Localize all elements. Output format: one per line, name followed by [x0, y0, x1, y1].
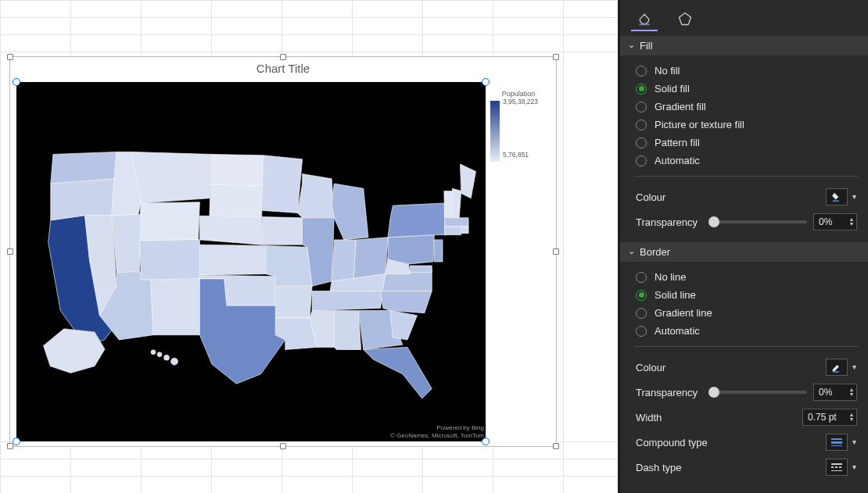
radio-pattern-fill[interactable]: Pattern fill: [634, 134, 859, 152]
radio-label: Picture or texture fill: [655, 119, 744, 130]
dash-type-picker[interactable]: ▾: [826, 459, 848, 476]
state-mt: [131, 152, 212, 203]
radio-gradient-line[interactable]: Gradient line: [634, 304, 859, 322]
fill-transparency-slider[interactable]: [708, 220, 807, 223]
state-ak: [43, 329, 105, 373]
section-fill-header[interactable]: ⌄ Fill: [620, 36, 868, 55]
dash-lines-icon: [831, 463, 842, 471]
svg-marker-3: [680, 13, 691, 25]
chevron-down-icon: ⌄: [628, 40, 635, 50]
state-me: [461, 164, 476, 198]
radio-label: No fill: [655, 65, 680, 77]
legend-max: 3,95,38,223: [503, 98, 538, 105]
border-dash-label: Dash type: [636, 462, 682, 473]
state-nh: [451, 188, 461, 218]
radio-no-fill[interactable]: No fill: [634, 62, 859, 80]
section-border-title: Border: [640, 246, 670, 258]
state-mi: [332, 184, 368, 240]
map-attribution: Powered by Bing © GeoNames, Microsoft, T…: [390, 424, 484, 440]
radio-icon: [636, 102, 647, 113]
tab-effects[interactable]: [672, 8, 698, 31]
resize-handle-nw[interactable]: [7, 54, 13, 60]
border-width-label: Width: [636, 412, 662, 423]
border-transparency-slider[interactable]: [708, 391, 807, 394]
compound-type-picker[interactable]: ▾: [826, 434, 848, 451]
state-mn: [262, 155, 302, 213]
state-ne: [199, 216, 261, 245]
resize-handle-n[interactable]: [280, 54, 286, 60]
chart-object[interactable]: Chart Title: [9, 56, 557, 447]
border-transparency-label: Transparency: [636, 387, 698, 398]
radio-automatic-line[interactable]: Automatic: [634, 322, 859, 340]
attribution-line2: © GeoNames, Microsoft, TomTom: [390, 432, 484, 440]
svg-point-1: [164, 355, 170, 360]
stepper-icon[interactable]: ▴▾: [850, 413, 853, 422]
radio-icon: [636, 290, 647, 301]
resize-handle-w[interactable]: [7, 248, 13, 255]
radio-solid-fill[interactable]: Solid fill: [634, 80, 859, 98]
border-colour-row: Colour ▾: [634, 355, 859, 380]
radio-icon: [636, 155, 647, 166]
legend-min: 5,76,851: [503, 151, 538, 159]
chart-title[interactable]: Chart Title: [10, 57, 556, 78]
border-transparency-field[interactable]: 0% ▴▾: [813, 384, 857, 401]
state-in: [332, 240, 356, 281]
section-border-header[interactable]: ⌄ Border: [620, 242, 868, 262]
border-width-value: 0.75 pt: [808, 412, 837, 423]
resize-handle-se[interactable]: [553, 443, 559, 449]
fill-colour-row: Colour ▾: [634, 184, 859, 209]
chart-legend[interactable]: Population 3,95,38,223 5,76,851: [490, 90, 547, 165]
chart-plot-area[interactable]: Powered by Bing © GeoNames, Microsoft, T…: [16, 82, 486, 441]
stepper-icon[interactable]: ▴▾: [850, 388, 853, 397]
state-wa: [51, 152, 117, 184]
format-pane: ⌄ Fill No fill Solid fill Gradient fill …: [618, 0, 868, 493]
radio-automatic-fill[interactable]: Automatic: [634, 152, 859, 170]
border-colour-picker[interactable]: ▾: [826, 359, 848, 376]
state-hi: [151, 350, 156, 355]
resize-handle-sw[interactable]: [7, 443, 13, 449]
format-tab-strip: [620, 0, 868, 36]
radio-label: Solid line: [655, 289, 696, 301]
state-sc: [390, 311, 417, 341]
state-fl: [364, 347, 432, 398]
fill-colour-picker[interactable]: ▾: [826, 188, 848, 205]
radio-picture-fill[interactable]: Picture or texture fill: [634, 116, 859, 134]
state-ny: [388, 203, 447, 238]
spreadsheet-area[interactable]: Chart Title: [0, 0, 618, 493]
border-colour-label: Colour: [636, 362, 665, 373]
radio-label: Automatic: [655, 325, 700, 337]
legend-title: Population: [490, 90, 547, 98]
state-co: [140, 240, 200, 280]
divider: [634, 346, 859, 347]
state-ma: [445, 218, 469, 227]
state-vt: [444, 191, 453, 217]
svg-point-0: [157, 352, 162, 357]
resize-handle-e[interactable]: [553, 248, 559, 255]
border-width-field[interactable]: 0.75 pt ▴▾: [802, 409, 857, 426]
radio-solid-line[interactable]: Solid line: [634, 286, 859, 304]
dropdown-caret-icon: ▾: [852, 463, 856, 471]
state-sd: [210, 185, 263, 217]
state-ks: [199, 245, 265, 275]
stepper-icon[interactable]: ▴▾: [850, 217, 853, 227]
divider: [634, 176, 859, 177]
fill-transparency-field[interactable]: 0% ▴▾: [813, 213, 857, 230]
radio-label: Gradient line: [655, 307, 712, 319]
fill-transparency-value: 0%: [819, 216, 832, 227]
state-al: [334, 311, 360, 350]
state-ct: [445, 227, 461, 235]
radio-icon: [636, 66, 647, 77]
radio-gradient-fill[interactable]: Gradient fill: [634, 98, 859, 116]
paint-bucket-icon: [830, 191, 843, 202]
state-pa: [388, 235, 434, 265]
border-transparency-value: 0%: [819, 387, 832, 398]
radio-label: Gradient fill: [655, 101, 706, 113]
resize-handle-ne[interactable]: [553, 54, 559, 60]
resize-handle-s[interactable]: [280, 443, 286, 449]
state-wi: [297, 174, 334, 218]
state-nc: [381, 291, 432, 313]
dropdown-caret-icon: ▾: [852, 438, 856, 446]
tab-fill-and-line[interactable]: [631, 8, 658, 31]
state-tn: [312, 291, 383, 311]
radio-no-line[interactable]: No line: [634, 268, 859, 286]
